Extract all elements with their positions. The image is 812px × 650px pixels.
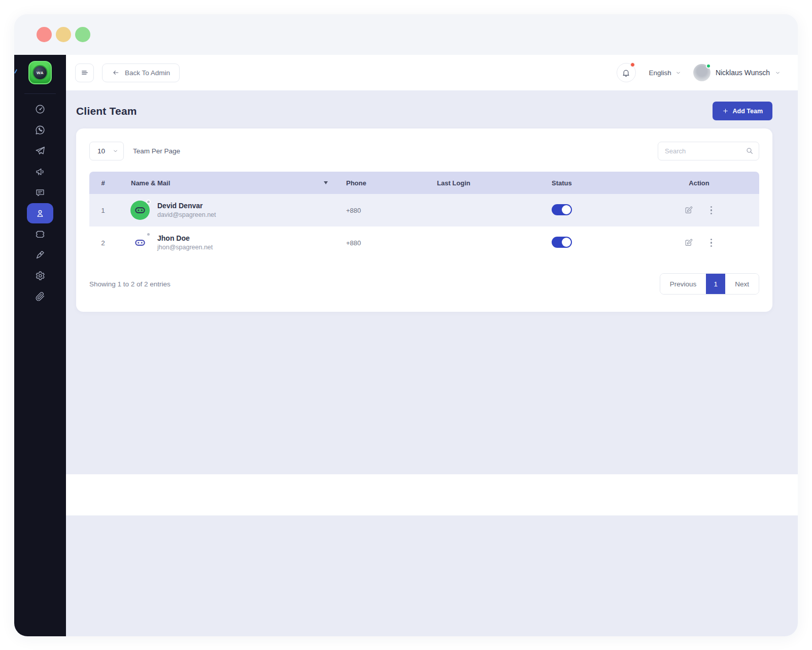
sidebar-item-pen[interactable] [27, 245, 53, 265]
header-name-mail: Name & Mail [131, 179, 170, 187]
header-status: Status [537, 179, 639, 187]
member-phone: +880 [332, 207, 423, 214]
bell-icon [621, 68, 631, 78]
member-phone: +880 [332, 239, 423, 247]
dashboard-gauge-icon [35, 104, 46, 115]
per-page-select[interactable]: 10 [89, 142, 124, 160]
arrow-left-icon [112, 69, 120, 77]
whatsapp-icon [35, 124, 46, 136]
member-avatar [130, 201, 150, 220]
sidebar-item-ticket[interactable] [27, 224, 53, 244]
sidebar-item-client-team[interactable] [27, 203, 53, 223]
megaphone-icon [35, 166, 46, 177]
sidebar: WA [14, 55, 66, 636]
sidebar-nav [27, 99, 53, 307]
close-window-button[interactable] [37, 27, 52, 42]
chevron-down-icon [775, 70, 781, 76]
page-number-button[interactable]: 1 [706, 274, 725, 294]
app-logo[interactable]: WA [28, 61, 52, 84]
user-avatar [693, 64, 710, 81]
page-title: Client Team [76, 105, 137, 117]
member-name: Jhon Doe [157, 234, 213, 243]
search-icon [746, 147, 754, 155]
sidebar-item-chat[interactable] [27, 182, 53, 203]
status-toggle[interactable] [552, 237, 572, 248]
zoom-window-button[interactable] [75, 27, 90, 42]
row-more-menu[interactable] [708, 237, 715, 249]
notification-badge [630, 62, 635, 67]
logo-text: WA [32, 65, 48, 80]
row-index: 2 [89, 239, 117, 247]
header-index: # [89, 179, 117, 187]
member-avatar [130, 233, 150, 252]
sidebar-item-dashboard[interactable] [27, 99, 53, 119]
add-team-button[interactable]: Add Team [713, 102, 773, 120]
presence-dot [146, 200, 151, 204]
add-team-label: Add Team [733, 108, 763, 115]
entries-summary: Showing 1 to 2 of 2 entries [89, 280, 171, 288]
user-name: Nicklaus Wunsch [716, 69, 770, 77]
notifications-button[interactable] [617, 63, 636, 82]
online-status-dot [706, 63, 711, 69]
sidebar-item-telegram[interactable] [27, 141, 53, 161]
robot-avatar-icon [133, 204, 147, 217]
team-table: # Name & Mail Phone Last Login Status Ac… [89, 172, 759, 259]
language-selector[interactable]: English [649, 69, 681, 77]
per-page-value: 10 [97, 147, 105, 155]
user-menu[interactable]: Nicklaus Wunsch [693, 64, 781, 81]
sort-descending-icon[interactable] [324, 181, 328, 184]
search-input[interactable] [658, 142, 759, 160]
row-index: 1 [89, 207, 117, 214]
header-action: Action [639, 179, 759, 187]
settings-gear-icon [35, 270, 46, 281]
plus-icon [722, 108, 729, 114]
header-phone: Phone [332, 179, 423, 187]
table-header-row: # Name & Mail Phone Last Login Status Ac… [89, 172, 759, 194]
top-navbar: Back To Admin English Nicklaus Wunsch [66, 55, 798, 90]
back-to-admin-label: Back To Admin [125, 69, 170, 77]
sidebar-item-campaign[interactable] [27, 161, 53, 182]
chevron-down-icon [675, 70, 681, 76]
paperclip-icon [35, 291, 46, 302]
sidebar-toggle-button[interactable] [75, 63, 94, 82]
presence-dot [146, 232, 151, 237]
status-toggle[interactable] [552, 204, 572, 215]
back-to-admin-button[interactable]: Back To Admin [102, 63, 180, 82]
sidebar-item-settings[interactable] [27, 266, 53, 286]
pagination: Previous 1 Next [660, 273, 759, 295]
language-label: English [649, 69, 671, 77]
sidebar-item-attachment[interactable] [27, 286, 53, 307]
app-window: WA [14, 14, 798, 636]
ticket-icon [35, 229, 46, 240]
content-gap [66, 474, 798, 515]
logo-tick-mark [14, 69, 17, 74]
chat-message-icon [35, 187, 46, 198]
table-row: 1 Devid Denvar david [89, 194, 759, 226]
footer-area [66, 515, 798, 636]
sidebar-divider [24, 93, 56, 94]
member-name: Devid Denvar [157, 201, 216, 211]
table-row: 2 Jhon Doe jhon@spag [89, 226, 759, 259]
per-page-label: Team Per Page [133, 147, 180, 155]
member-email: jhon@spagreen.net [157, 243, 213, 252]
next-page-button[interactable]: Next [725, 274, 759, 294]
edit-icon[interactable] [684, 238, 693, 247]
sidebar-item-whatsapp[interactable] [27, 120, 53, 140]
team-table-card: 10 Team Per Page # [76, 128, 772, 312]
hamburger-menu-icon [80, 68, 89, 77]
previous-page-button[interactable]: Previous [660, 274, 706, 294]
os-titlebar [14, 14, 798, 55]
edit-icon[interactable] [684, 206, 693, 215]
header-last-login: Last Login [423, 179, 537, 187]
telegram-send-icon [35, 145, 46, 156]
whatsapp-agent-logo: WA [28, 61, 52, 84]
chevron-down-icon [113, 148, 118, 154]
row-more-menu[interactable] [708, 204, 715, 217]
member-email: david@spagreen.net [157, 211, 216, 219]
minimize-window-button[interactable] [56, 27, 71, 42]
team-person-icon [35, 208, 46, 219]
page-content: Client Team Add Team 10 Team Per Page [66, 90, 798, 474]
robot-avatar-icon [133, 236, 147, 249]
pen-icon [35, 249, 46, 261]
